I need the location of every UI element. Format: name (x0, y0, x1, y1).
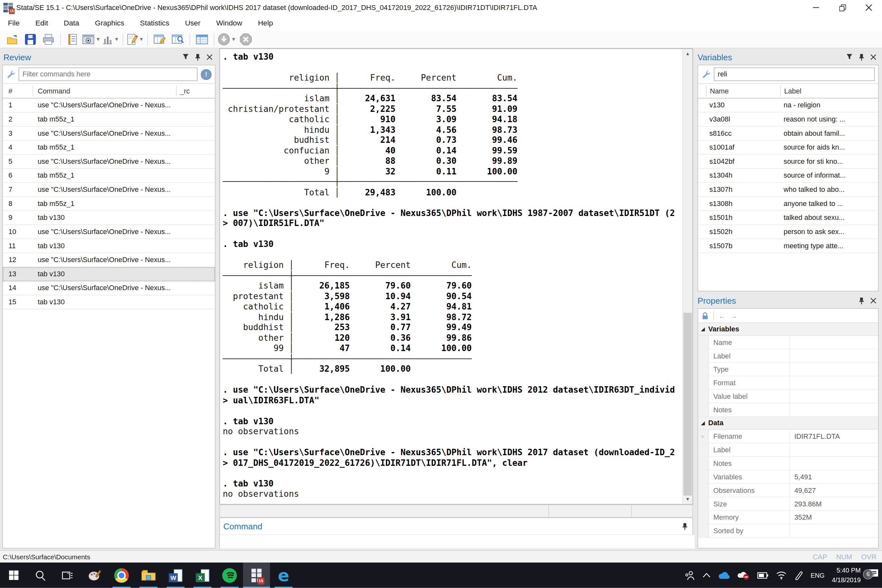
property-row[interactable]: Type (698, 363, 878, 376)
chrome-button[interactable] (108, 562, 135, 588)
property-row[interactable]: Notes (698, 457, 878, 470)
property-row[interactable]: Value label (698, 390, 878, 403)
start-button[interactable] (0, 562, 27, 588)
clock[interactable]: 5:40 PM 4/18/2019 (832, 566, 861, 585)
onedrive-icon[interactable] (718, 571, 730, 579)
data-editor-button[interactable] (151, 32, 168, 47)
file-explorer-button[interactable] (135, 562, 162, 588)
variable-row[interactable]: s1307hwho talked to abo... (698, 183, 878, 197)
property-row[interactable]: Label (698, 350, 878, 363)
close-icon[interactable] (870, 297, 876, 303)
variable-row[interactable]: s1308hanyone talked to ... (698, 197, 878, 211)
variable-row[interactable]: s816ccobtain about famil... (698, 127, 878, 141)
review-row[interactable]: 6tab m55z_1 (3, 169, 215, 183)
wrench-icon[interactable] (6, 70, 15, 79)
chevron-down-icon[interactable]: ▼ (96, 36, 101, 42)
info-icon[interactable]: ! (201, 69, 212, 80)
search-button[interactable] (27, 562, 54, 588)
review-row[interactable]: 7use "C:\Users\Surface\OneDrive - Nexus.… (3, 183, 215, 197)
wifi-icon[interactable] (776, 571, 787, 579)
variable-row[interactable]: s1042bfsource for sti kno... (698, 155, 878, 169)
menu-item-graphics[interactable]: Graphics (87, 15, 132, 31)
chevron-down-icon[interactable]: ▼ (139, 36, 144, 42)
log-button[interactable] (64, 32, 81, 47)
variables-col-label[interactable]: Label (781, 86, 878, 96)
property-row[interactable]: Name (698, 336, 878, 350)
review-row[interactable]: 9tab v130 (3, 211, 215, 225)
variable-row[interactable]: v130na - religion (698, 98, 878, 112)
menu-item-window[interactable]: Window (208, 15, 250, 31)
excel-button[interactable]: X (189, 562, 216, 588)
variable-row[interactable]: s1502hperson to ask sex... (698, 225, 878, 239)
tray-expand-chevron-icon[interactable] (702, 573, 710, 578)
review-row[interactable]: 11tab v130 (3, 239, 215, 254)
variable-row[interactable]: s1304hsource of informat... (698, 169, 878, 183)
pin-icon[interactable] (858, 297, 865, 304)
viewer-button[interactable]: ▼ (82, 32, 100, 47)
command-input[interactable] (220, 535, 695, 548)
review-filter-input[interactable] (19, 68, 198, 81)
lock-icon[interactable] (702, 312, 709, 320)
property-row[interactable]: Size293.86M (698, 497, 878, 511)
review-row[interactable]: 8tab m55z_1 (3, 197, 215, 211)
review-row[interactable]: 14use "C:\Users\Surface\OneDrive - Nexus… (3, 281, 215, 296)
open-file-button[interactable] (4, 32, 21, 47)
review-col-num[interactable]: # (3, 86, 33, 96)
property-row[interactable]: Format (698, 376, 878, 390)
forward-arrow-icon[interactable]: → (730, 311, 738, 320)
review-row[interactable]: 10use "C:\Users\Surface\OneDrive - Nexus… (3, 225, 215, 239)
variables-filter-input[interactable] (714, 68, 874, 81)
variable-row[interactable]: v3a08lreason not using: ... (698, 112, 878, 127)
action-center-button[interactable]: 6 (868, 568, 879, 582)
data-browser-button[interactable] (169, 32, 186, 47)
onedrive-paused-icon[interactable] (738, 571, 750, 580)
edge-button[interactable]: e (270, 562, 297, 588)
graph-button[interactable]: ▼ (102, 32, 119, 47)
review-row[interactable]: 4tab m55z_1 (3, 141, 215, 155)
variables-manager-button[interactable] (194, 32, 210, 47)
paint-button[interactable] (81, 562, 108, 588)
stata-taskbar-button[interactable]: 15 (243, 562, 270, 588)
variable-row[interactable]: s1507bmeeting type atte... (698, 239, 878, 254)
language-indicator[interactable]: ENG (810, 572, 824, 579)
pin-icon[interactable] (858, 53, 865, 61)
restore-button[interactable] (829, 0, 856, 15)
task-view-button[interactable] (54, 562, 81, 588)
filter-icon[interactable] (846, 54, 853, 60)
menu-item-help[interactable]: Help (250, 15, 281, 31)
execute-do-button[interactable]: ▼ (218, 32, 236, 47)
close-icon[interactable] (870, 54, 876, 60)
chevron-down-icon[interactable]: ▼ (114, 36, 119, 42)
pen-icon[interactable] (794, 571, 803, 580)
property-row[interactable]: Notes (698, 403, 878, 417)
pin-icon[interactable] (682, 522, 688, 530)
scroll-down-arrow[interactable]: ▼ (683, 495, 693, 504)
property-row[interactable]: Sorted by (698, 524, 878, 538)
variable-row[interactable]: s1001afsource for aids kn... (698, 141, 878, 155)
word-button[interactable]: W (162, 562, 189, 588)
property-row[interactable]: Variables5,491 (698, 470, 878, 484)
break-button[interactable] (237, 32, 254, 47)
menu-item-file[interactable]: File (0, 15, 27, 31)
pin-icon[interactable] (195, 53, 201, 61)
variables-col-name[interactable]: Name (706, 86, 781, 96)
review-col-command[interactable]: Command (33, 86, 177, 96)
spotify-button[interactable] (216, 562, 243, 588)
battery-icon[interactable] (757, 571, 768, 579)
menu-item-data[interactable]: Data (56, 15, 87, 31)
menu-item-statistics[interactable]: Statistics (132, 15, 177, 31)
wrench-icon[interactable] (702, 70, 711, 79)
scroll-up-arrow[interactable]: ▲ (683, 49, 693, 58)
review-row[interactable]: 5use "C:\Users\Surface\OneDrive - Nexus.… (3, 155, 215, 169)
menu-item-user[interactable]: User (177, 15, 208, 31)
review-row[interactable]: 15tab v130 (3, 295, 215, 309)
variable-row[interactable]: s1501htalked about sexu... (698, 211, 878, 225)
minimize-button[interactable] (803, 0, 829, 15)
close-button[interactable] (856, 0, 882, 15)
people-icon[interactable] (684, 570, 695, 580)
review-row[interactable]: 12use "C:\Users\Surface\OneDrive - Nexus… (3, 253, 215, 267)
chevron-down-icon[interactable]: ▼ (231, 36, 236, 42)
properties-section-header[interactable]: Data (698, 417, 878, 430)
property-row[interactable]: Label (698, 443, 878, 457)
review-row[interactable]: 2tab m55z_1 (3, 112, 215, 127)
